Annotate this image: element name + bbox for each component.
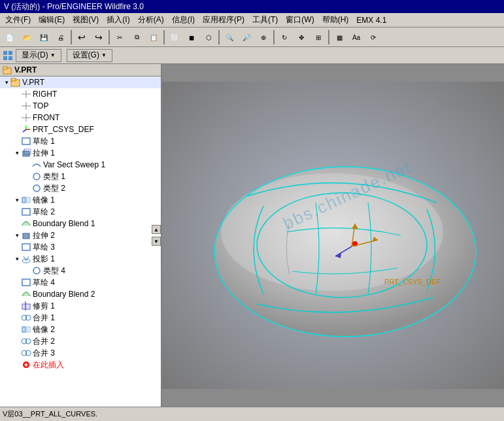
main-content: V.PRT ▾ V.PRT RIGHT TOP [0,64,504,407]
sketch-icon [21,137,31,146]
menu-insert[interactable]: 插入(I) [103,13,133,27]
spacer [13,220,21,227]
save-button[interactable]: 💾 [36,29,52,45]
viewport[interactable]: PRT_CSYS_DEF bbs.chinade.net [162,64,504,407]
open-button[interactable]: 📂 [19,29,35,45]
tree-item-sketch2[interactable]: 草绘 2 [0,206,161,218]
sep1 [71,30,72,44]
item-label: 草绘 2 [33,207,55,218]
item-label: 镜像 2 [33,324,55,335]
item-label: 类型 4 [43,265,65,277]
zoom-in-button[interactable]: 🔍 [222,29,237,45]
item-label: 类型 1 [43,171,65,182]
menu-window[interactable]: 窗口(W) [282,13,318,27]
wireframe-button[interactable]: ⬡ [201,29,216,45]
item-label: 合并 3 [33,348,55,359]
menu-file[interactable]: 文件(F) [1,13,35,27]
menu-edit[interactable]: 编辑(E) [35,13,69,27]
tree-item-insert[interactable]: 在此插入 [0,359,161,371]
tree-item-merge3[interactable]: 合并 3 [0,347,161,359]
pan-button[interactable]: ✥ [294,29,309,45]
spacer [24,184,31,192]
tree-item-extrude2[interactable]: ▾ 拉伸 2 [0,229,161,241]
tree-item-project1[interactable]: ▾ 投影 1 [0,253,161,265]
tree-item-sketch4[interactable]: 草绘 4 [0,277,161,288]
expand-icon: ▾ [13,196,21,204]
layer-button[interactable]: ▦ [331,29,347,45]
tree-item-right[interactable]: RIGHT [0,88,161,100]
repaint-button[interactable]: ⬜ [167,29,182,45]
tree-item-mirror2[interactable]: 镜像 2 [0,324,161,335]
tree-item-csys[interactable]: PRT_CSYS_DEF [0,124,161,135]
settings-dropdown-button[interactable]: 设置(G) ▼ [67,49,112,62]
folder-icon [10,77,21,88]
tree-item-type1[interactable]: 类型 1 [0,171,161,182]
svg-rect-17 [22,138,30,144]
scroll-up-button[interactable]: ▲ [152,225,161,234]
spacer [13,126,21,133]
redo-button[interactable]: ↪ [91,29,107,45]
print-button[interactable]: 🖨 [53,29,69,45]
style-button[interactable]: Aa [348,29,364,45]
expand-icon: ▾ [13,255,21,263]
tree-item-front[interactable]: FRONT [0,112,161,124]
paste-button[interactable]: 📋 [146,29,161,45]
display-dropdown-button[interactable]: 显示(D) ▼ [16,49,61,62]
spacer [13,137,21,145]
dropdown-arrow-icon: ▼ [50,52,56,58]
menu-applications[interactable]: 应用程序(P) [199,13,248,27]
item-label: 草绘 1 [33,136,55,147]
menu-emx[interactable]: EMX 4.1 [352,14,390,26]
scroll-down-button[interactable]: ▼ [152,237,161,246]
tree-item-boundary2[interactable]: Boundary Blend 2 [0,288,161,300]
model-tree[interactable]: ▾ V.PRT RIGHT TOP FRONT [0,76,161,407]
tree-item-vprt[interactable]: ▾ V.PRT [0,76,161,88]
secondary-toolbar: 显示(D) ▼ 设置(G) ▼ [0,47,504,64]
tree-item-top[interactable]: TOP [0,100,161,112]
tree-item-merge2[interactable]: 合并 2 [0,335,161,347]
svg-rect-25 [23,233,29,239]
tree-item-boundary1[interactable]: Boundary Blend 1 [0,218,161,229]
menu-view[interactable]: 视图(V) [69,13,103,27]
undo-button[interactable]: ↩ [74,29,90,45]
tree-item-trim1[interactable]: 修剪 1 [0,300,161,312]
zoom-button[interactable]: ⊞ [311,29,326,45]
regen-button[interactable]: ⟳ [365,29,381,45]
copy-button[interactable]: ⧉ [129,29,144,45]
menu-analysis[interactable]: 分析(A) [134,13,168,27]
tree-item-varsect[interactable]: Var Sect Sweep 1 [0,159,161,171]
shading-button[interactable]: ◼ [184,29,199,45]
menu-tools[interactable]: 工具(T) [248,13,282,27]
item-label: TOP [33,101,48,110]
zoom-out-button[interactable]: 🔎 [239,29,254,45]
tree-item-sketch3[interactable]: 草绘 3 [0,241,161,253]
tree-item-type2[interactable]: 类型 2 [0,182,161,194]
tree-item-type4[interactable]: 类型 4 [0,265,161,277]
svg-point-41 [25,350,31,356]
item-label: Var Sect Sweep 1 [43,160,105,169]
svg-rect-22 [22,197,25,203]
title-bar: V (活动的) - Pro/ENGINEER Wildfire 3.0 [0,0,504,13]
menu-help[interactable]: 帮助(H) [318,13,353,27]
item-label: 合并 2 [33,336,55,347]
menu-bar: 文件(F) 编辑(E) 视图(V) 插入(I) 分析(A) 信息(I) 应用程序… [0,13,504,27]
menu-info[interactable]: 信息(I) [168,13,199,27]
new-button[interactable]: 📄 [2,29,18,45]
fit-button[interactable]: ⊕ [256,29,271,45]
tree-item-merge1[interactable]: 合并 1 [0,312,161,324]
tree-item-mirror1[interactable]: ▾ 镜像 1 [0,194,161,206]
sep5 [273,30,275,44]
spin-button[interactable]: ↻ [277,29,292,45]
svg-rect-5 [3,67,7,69]
spacer [13,90,21,98]
item-label: FRONT [33,113,59,122]
svg-point-35 [25,315,31,320]
tree-item-sketch1[interactable]: 草绘 1 [0,135,161,147]
tree-item-extrude1[interactable]: ▾ 拉伸 1 [0,147,161,159]
item-label: 投影 1 [33,254,55,265]
svg-rect-0 [3,51,7,55]
item-label: RIGHT [33,90,57,99]
cut-button[interactable]: ✂ [112,29,127,45]
item-label: 草绘 4 [33,277,55,288]
type-icon [31,184,42,193]
